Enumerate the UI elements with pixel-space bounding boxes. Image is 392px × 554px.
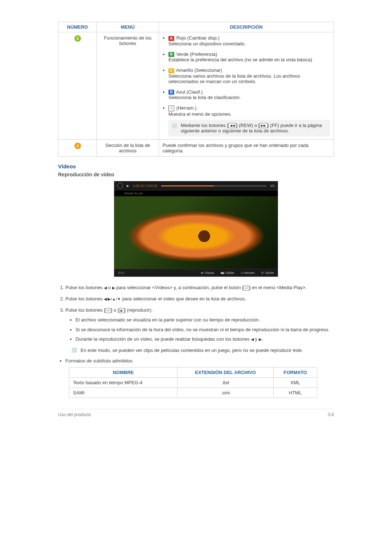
tools-desc: Muestra el menú de opciones. [168, 111, 232, 117]
yellow-button-icon: C [168, 68, 174, 73]
note-icon [72, 348, 77, 353]
green-title: Verde (Preferencia) [176, 52, 217, 57]
blue-title: Azul (Clasif.) [176, 89, 203, 95]
yellow-title: Amarillo (Seleccionar) [176, 67, 222, 73]
step-3: Pulse los botones [⏎] o [▶] (reproducir)… [65, 307, 334, 354]
step-2: Pulse los botones ◀/▶/▲/▼ para seleccion… [65, 295, 334, 303]
steps-list: Pulse los botones ◀ o ▶ para seleccionar… [58, 284, 334, 354]
nav-arrows-icon: ◀/▶/▲/▼ [104, 297, 121, 301]
th-numero: NÚMERO [58, 22, 97, 32]
badge-4-icon: 4 [74, 143, 81, 149]
enter-icon: ⏎ [105, 308, 111, 313]
play-icon: ▶ [127, 184, 129, 188]
blue-desc: Selecciona la lista de clasificación. [168, 95, 241, 100]
player-filename: Movie 01.avi [114, 190, 278, 196]
table-row: Texto basado en tiempo MPEG-4 .ttxt XML [69, 377, 317, 387]
step-3-sub1: El archivo seleccionado se visualiza en … [75, 316, 334, 324]
ff-icon: ▶▶ [260, 123, 268, 128]
section-videos-heading: Vídeos [58, 163, 334, 169]
th-fmt: FORMATO [273, 367, 317, 377]
row3-desc-list: A Rojo (Cambiar disp.) Selecciona un dis… [163, 35, 330, 136]
subtitle-format-table: NOMBRE EXTENSIÓN DEL ARCHIVO FORMATO Tex… [69, 367, 317, 398]
note-text-1: Mediante los botones [ [181, 123, 228, 128]
reel-icon [117, 183, 123, 189]
yellow-desc: Selecciona varios archivos de la lista d… [168, 73, 300, 84]
step-1: Pulse los botones ◀ o ▶ para seleccionar… [65, 284, 334, 292]
video-player-screenshot: ▶ 1:02:15 / 2:04:10 1/1 Movie 01.avi SUC… [114, 181, 278, 277]
step-3-note: En este modo, se pueden ver clips de pel… [72, 347, 334, 354]
player-frame-image [114, 196, 278, 269]
footer-left: Uso del producto [58, 412, 91, 417]
subtitle-intro: Formatos de subtítulo admitidos [65, 358, 334, 364]
step-3-sub2: Si se desconoce la información de la hor… [75, 326, 334, 334]
tools-icon: ♫ [168, 106, 174, 111]
right-arrow-icon: ▶ [259, 337, 262, 341]
table-row: SAMI .smi HTML [69, 387, 317, 398]
row4-desc: Puede confirmar los archivos y grupos qu… [159, 140, 334, 157]
player-time: 1:02:15 / 2:04:10 [133, 184, 158, 188]
page: NÚMERO MENÚ DESCRIPCIÓN 3 Funcionamiento… [29, 0, 363, 432]
green-button-icon: B [168, 52, 174, 57]
features-table: NÚMERO MENÚ DESCRIPCIÓN 3 Funcionamiento… [58, 22, 334, 157]
green-desc: Establece la preferencia del archivo (no… [168, 57, 312, 62]
th-menu: MENÚ [97, 22, 159, 32]
enter-icon: ⏎ [244, 286, 249, 291]
player-left-label: SUC [118, 271, 125, 275]
subtitle-intro-list: Formatos de subtítulo admitidos [58, 358, 334, 364]
player-pausa: ⏯ Pausa [201, 271, 214, 275]
footer-right: 3-6 [328, 412, 334, 417]
note-text-2: ] (REW) o [ [236, 123, 260, 128]
table-row: 3 Funcionamiento de los botones A Rojo (… [58, 32, 334, 140]
page-footer: Uso del producto 3-6 [58, 409, 334, 417]
note-box: Mediante los botones [◀◀] (REW) o [▶▶] (… [168, 120, 330, 137]
subsection-repro-heading: Reproducción de vídeo [58, 172, 334, 177]
player-page: 1/1 [270, 184, 275, 188]
th-ext: EXTENSIÓN DEL ARCHIVO [177, 367, 274, 377]
red-title: Rojo (Cambiar disp.) [176, 35, 220, 41]
red-button-icon: A [168, 36, 174, 41]
blue-button-icon: D [168, 90, 174, 95]
th-nombre: NOMBRE [69, 367, 177, 377]
step-3-sub3: Durante la reproducción de un vídeo, se … [75, 336, 334, 343]
red-desc: Selecciona un dispositivo conectado. [168, 41, 246, 46]
right-arrow-icon: ▶ [112, 286, 115, 290]
progress-bar [161, 185, 267, 186]
left-arrow-icon: ◀ [251, 337, 254, 341]
tools-title: (Herram.) [176, 105, 197, 111]
player-herram: ♫ Herram. [240, 271, 256, 275]
table-row: 4 Sección de la lista de archivos Puede … [58, 140, 334, 157]
th-desc: DESCRIPCIÓN [159, 22, 334, 32]
play-button-icon: ▶ [119, 308, 124, 313]
row4-menu: Sección de la lista de archivos [97, 140, 159, 157]
player-volver: ↺ Volver [261, 271, 274, 275]
rew-icon: ◀◀ [228, 123, 236, 128]
note-icon [172, 123, 177, 128]
player-saltar: ◀▶ Saltar [220, 271, 234, 275]
row3-menu: Funcionamiento de los botones [97, 32, 159, 140]
badge-3-icon: 3 [74, 35, 81, 42]
